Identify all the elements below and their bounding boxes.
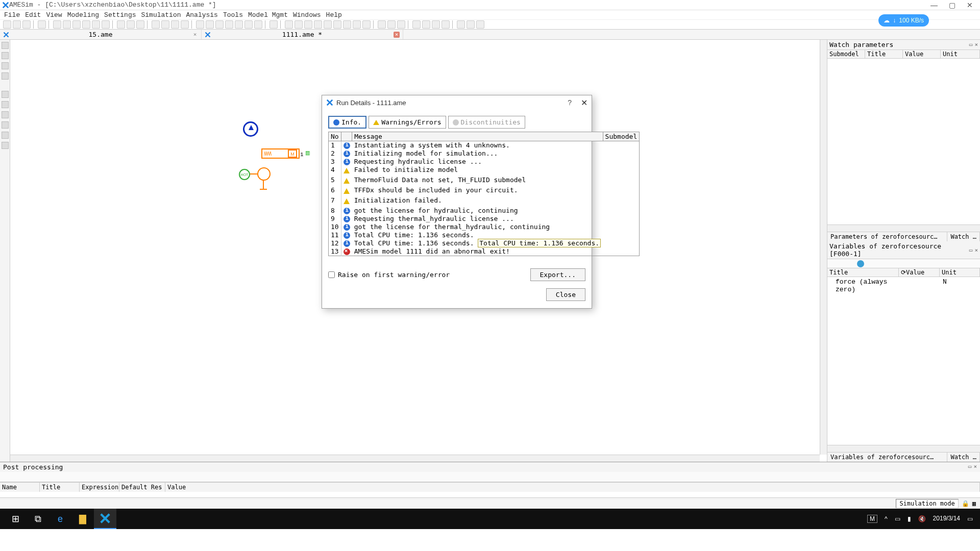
- toolbar-btn[interactable]: [285, 20, 293, 29]
- undock-icon[interactable]: ▭: [969, 247, 973, 254]
- menu-model-mgmt[interactable]: Model Mgmt: [248, 11, 288, 19]
- col-icon[interactable]: [341, 132, 352, 141]
- status-grip-icon[interactable]: ▦: [972, 500, 976, 507]
- watch-panel-header[interactable]: Watch parameters▭×: [827, 40, 980, 50]
- start-button[interactable]: ⊞: [4, 509, 27, 529]
- mode-btn[interactable]: [2, 52, 9, 59]
- message-row[interactable]: 13AMESim model 1111 did an abnormal exit…: [329, 247, 640, 256]
- task-view-button[interactable]: ⧉: [27, 509, 49, 529]
- dialog-titlebar[interactable]: Run Details - 1111.ame ? ✕: [322, 95, 592, 110]
- model-canvas[interactable]: /\/\/\/\ M 1 ▥ HOT Run Details - 1111.am…: [10, 40, 827, 462]
- toolbar-btn[interactable]: [333, 20, 341, 29]
- tray-battery-icon[interactable]: ▮: [908, 515, 911, 522]
- menu-help[interactable]: Help: [326, 11, 342, 19]
- checkbox-input[interactable]: [328, 271, 335, 278]
- mode-btn[interactable]: [2, 142, 9, 149]
- undock-icon[interactable]: ▭: [968, 463, 972, 471]
- col-name[interactable]: Name: [0, 483, 40, 492]
- dialog-tab-warnings[interactable]: Warnings/Errors: [369, 116, 446, 129]
- var-row[interactable]: force (always zero) N: [830, 278, 977, 293]
- toolbar-btn[interactable]: [304, 20, 312, 29]
- menu-windows[interactable]: Windows: [293, 11, 321, 19]
- toolbar-btn[interactable]: [324, 20, 332, 29]
- raise-on-first-checkbox[interactable]: Raise on first warning/error: [328, 271, 450, 279]
- toolbar-btn[interactable]: [206, 20, 214, 29]
- toolbar-btn[interactable]: [314, 20, 322, 29]
- dialog-tab-discontinuities[interactable]: Discontinuities: [448, 116, 525, 129]
- menu-tools[interactable]: Tools: [223, 11, 243, 19]
- toolbar-print-icon[interactable]: [38, 20, 46, 29]
- mode-btn[interactable]: [2, 91, 9, 98]
- horizontal-scrollbar[interactable]: [10, 455, 820, 462]
- toolbar-btn[interactable]: [378, 20, 386, 29]
- toolbar-paste-icon[interactable]: [72, 20, 81, 29]
- col-submodel[interactable]: Submodel: [827, 50, 865, 58]
- toolbar-btn[interactable]: [412, 20, 421, 29]
- toolbar-btn[interactable]: [196, 20, 204, 29]
- notifications-icon[interactable]: ▭: [967, 515, 973, 522]
- maximize-button[interactable]: ▢: [949, 1, 955, 9]
- tab-watch[interactable]: Watch …: [947, 232, 980, 241]
- toolbar-undo-icon[interactable]: [92, 20, 100, 29]
- horizontal-scrollbar[interactable]: [827, 445, 980, 452]
- toolbar-delete-icon[interactable]: [82, 20, 90, 29]
- dialog-tab-info[interactable]: Info.: [328, 116, 366, 129]
- col-submodel[interactable]: Submodel: [603, 132, 640, 141]
- tab-1111-ame[interactable]: 1111.ame * ×: [202, 30, 403, 39]
- tray-volume-icon[interactable]: 🔇: [918, 515, 926, 522]
- message-row[interactable]: 4Failed to initialize model: [329, 166, 640, 176]
- menu-settings[interactable]: Settings: [104, 11, 136, 19]
- tab-variables[interactable]: Variables of zeroforcesourc…: [827, 453, 947, 462]
- mode-btn[interactable]: [2, 132, 9, 139]
- mode-btn[interactable]: [2, 72, 9, 80]
- message-row[interactable]: 9Requesting thermal_hydraulic license ..…: [329, 215, 640, 223]
- tab-watch[interactable]: Watch …: [947, 453, 980, 462]
- close-button[interactable]: ✕: [967, 1, 973, 9]
- mode-btn[interactable]: [2, 42, 9, 49]
- vars-tool-icon[interactable]: [848, 260, 855, 267]
- toolbar-btn[interactable]: [225, 20, 233, 29]
- message-row[interactable]: 7Initialization failed.: [329, 196, 640, 207]
- toolbar-btn[interactable]: [254, 20, 262, 29]
- vertical-scrollbar[interactable]: [820, 40, 827, 455]
- toolbar-btn[interactable]: [387, 20, 396, 29]
- col-unit[interactable]: Unit: [940, 268, 980, 277]
- toolbar-btn[interactable]: [442, 20, 450, 29]
- post-tool-icon[interactable]: [3, 473, 10, 480]
- col-value[interactable]: ⟳Value: [899, 268, 940, 277]
- mode-btn[interactable]: [2, 121, 9, 129]
- toolbar-zoom-out-icon[interactable]: [161, 20, 169, 29]
- dialog-help-button[interactable]: ?: [568, 98, 572, 107]
- toolbar-zoom-fit-icon[interactable]: [171, 20, 179, 29]
- ground-icon[interactable]: ▥: [305, 150, 310, 156]
- message-row[interactable]: 8got the license for hydraulic, continui…: [329, 207, 640, 215]
- menu-simulation[interactable]: Simulation: [141, 11, 181, 19]
- col-value[interactable]: Value: [903, 50, 941, 58]
- toolbar-rotate-right-icon[interactable]: [127, 20, 135, 29]
- tab-15-ame[interactable]: 15.ame ×: [0, 30, 202, 39]
- col-title[interactable]: Title: [827, 268, 899, 277]
- col-no[interactable]: No: [329, 132, 341, 141]
- refresh-icon[interactable]: ⟳: [901, 269, 906, 276]
- toolbar-btn[interactable]: [353, 20, 361, 29]
- message-row[interactable]: 12Total CPU time: 1.136 seconds. Total C…: [329, 239, 640, 247]
- toolbar-btn[interactable]: [467, 20, 475, 29]
- message-row[interactable]: 5ThermoFluid Data not set, TH_FLUID subm…: [329, 176, 640, 186]
- col-value[interactable]: Value: [165, 483, 980, 492]
- menu-file[interactable]: File: [4, 11, 20, 19]
- message-row[interactable]: 2Initializing model for simulation...: [329, 149, 640, 158]
- junction-node[interactable]: [257, 167, 271, 181]
- vars-grid-body[interactable]: force (always zero) N: [827, 277, 980, 445]
- file-explorer-icon[interactable]: ▇: [71, 509, 94, 529]
- toolbar-btn[interactable]: [432, 20, 440, 29]
- toolbar-btn[interactable]: [270, 20, 278, 29]
- watch-grid-body[interactable]: [827, 59, 980, 224]
- tab-close-icon[interactable]: ×: [394, 32, 400, 38]
- menu-modeling[interactable]: Modeling: [67, 11, 99, 19]
- menu-analysis[interactable]: Analysis: [186, 11, 218, 19]
- edge-icon[interactable]: e: [49, 509, 71, 529]
- toolbar-zoom-in-icon[interactable]: [152, 20, 160, 29]
- col-unit[interactable]: Unit: [941, 50, 980, 58]
- vars-panel-header[interactable]: Variables of zeroforcesource [F000-1]▭×: [827, 241, 980, 259]
- toolbar-open-icon[interactable]: [13, 20, 21, 29]
